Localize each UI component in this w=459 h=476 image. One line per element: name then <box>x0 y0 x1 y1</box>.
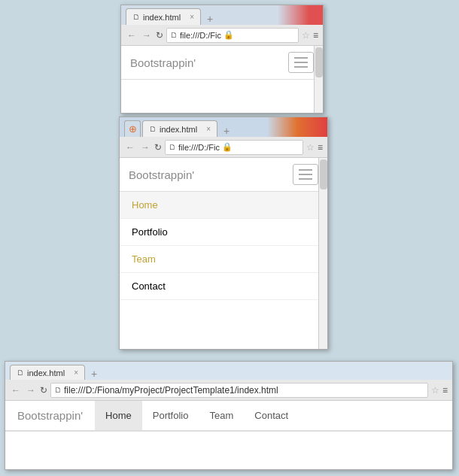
url-box-2[interactable]: 🗋 file:///D:/Fic 🔒 <box>165 140 303 155</box>
page-icon-url-3: 🗋 <box>54 386 62 394</box>
back-btn-3[interactable]: ← <box>10 385 22 396</box>
tab-3[interactable]: 🗋 index.html × <box>10 365 85 380</box>
hamburger-btn-1[interactable] <box>288 52 314 73</box>
url-box-3[interactable]: 🗋 file:///D:/Fiona/myProject/ProjectTemp… <box>50 383 428 398</box>
tab-bar-2: ⊕ 🗋 index.html × + <box>120 117 327 137</box>
bookmark-icon-1[interactable]: ☆ <box>302 30 310 41</box>
url-box-1[interactable]: 🗋 file:///D:/Fic 🔒 <box>166 28 299 43</box>
browser-window-2: ⊕ 🗋 index.html × + ← → ↻ 🗋 file:///D:/Fi… <box>119 117 328 350</box>
address-bar-3: ← → ↻ 🗋 file:///D:/Fiona/myProject/Proje… <box>5 380 452 401</box>
address-bar-2: ← → ↻ 🗋 file:///D:/Fic 🔒 ☆ ≡ <box>120 137 327 158</box>
tab-label-2: index.html <box>160 125 197 134</box>
nav-item-team-2[interactable]: Team <box>120 246 327 273</box>
tab-2[interactable]: 🗋 index.html × <box>142 120 217 137</box>
tab-1[interactable]: 🗋 index.html × <box>126 8 201 25</box>
scrollbar-thumb-2 <box>320 159 327 189</box>
page-content-2: Bootstrappin' Home Portfolio Team Contac… <box>120 158 327 349</box>
forward-btn-1[interactable]: → <box>141 30 153 41</box>
page-content-3: Bootstrappin' Home Portfolio Team Contac… <box>5 401 452 469</box>
site-navbar-2: Bootstrappin' <box>120 158 327 192</box>
nav-items-3: Home Portfolio Team Contact <box>95 401 299 430</box>
new-tab-btn-1[interactable]: + <box>202 13 217 25</box>
address-bar-1: ← → ↻ 🗋 file:///D:/Fic 🔒 ☆ ≡ <box>121 25 323 46</box>
refresh-btn-2[interactable]: ↻ <box>154 142 162 153</box>
tab-bar-3: 🗋 index.html × + <box>5 362 452 380</box>
nav-item-contact-2[interactable]: Contact <box>120 273 327 300</box>
new-tab-btn-2[interactable]: + <box>219 125 234 137</box>
chrome-menu-icon-1[interactable]: ≡ <box>313 30 318 41</box>
hamburger-line-2a <box>299 169 312 171</box>
divider-3 <box>5 431 452 432</box>
page-icon-url-2: 🗋 <box>169 143 176 151</box>
forward-btn-3[interactable]: → <box>25 385 37 396</box>
hamburger-line-2 <box>294 62 308 63</box>
bookmark-icon-3[interactable]: ☆ <box>431 385 439 396</box>
page-icon-1: 🗋 <box>132 13 140 21</box>
hamburger-line-2c <box>299 178 312 180</box>
forward-btn-2[interactable]: → <box>139 142 151 153</box>
page-icon-2: 🗋 <box>149 125 157 133</box>
brand-3: Bootstrappin' <box>5 402 95 429</box>
hamburger-line-3 <box>294 66 308 68</box>
url-text-1: file:///D:/Fic <box>180 31 221 40</box>
refresh-btn-3[interactable]: ↻ <box>40 385 47 396</box>
tab-label-3: index.html <box>27 368 65 377</box>
url-text-3: file:///D:/Fiona/myProject/ProjectTempla… <box>64 385 278 396</box>
url-text-2: file:///D:/Fic <box>178 143 220 152</box>
new-tab-icon-2[interactable]: ⊕ <box>124 120 141 137</box>
url-lock-icon-1: 🔒 <box>223 30 234 40</box>
chrome-menu-icon-3[interactable]: ≡ <box>442 385 448 396</box>
back-btn-1[interactable]: ← <box>126 30 138 41</box>
nav-item-contact-3[interactable]: Contact <box>244 401 299 430</box>
scrollbar-thumb-1 <box>315 47 323 77</box>
tab-close-1[interactable]: × <box>190 13 194 21</box>
hamburger-line-2b <box>299 174 312 175</box>
tab-bar-1: 🗋 index.html × + <box>121 5 323 25</box>
scrollbar-2[interactable] <box>318 158 327 349</box>
chrome-menu-icon-2[interactable]: ≡ <box>318 142 323 153</box>
brand-1: Bootstrappin' <box>130 56 288 69</box>
page-content-1: Bootstrappin' <box>121 46 323 113</box>
nav-item-portfolio-3[interactable]: Portfolio <box>142 401 199 430</box>
nav-item-portfolio-2[interactable]: Portfolio <box>120 219 327 246</box>
tab-close-2[interactable]: × <box>206 125 211 133</box>
tab-close-3[interactable]: × <box>74 368 78 377</box>
page-icon-3: 🗋 <box>17 368 24 377</box>
nav-menu-2: Home Portfolio Team Contact <box>120 192 327 300</box>
brand-2: Bootstrappin' <box>129 168 293 181</box>
url-lock-icon-2: 🔒 <box>222 142 233 152</box>
site-navbar-3: Bootstrappin' Home Portfolio Team Contac… <box>5 401 452 431</box>
nav-item-home-2[interactable]: Home <box>120 192 327 219</box>
refresh-btn-1[interactable]: ↻ <box>156 30 163 41</box>
nav-item-home-3[interactable]: Home <box>95 401 142 430</box>
hamburger-btn-2[interactable] <box>293 164 318 185</box>
new-tab-btn-3[interactable]: + <box>87 368 102 380</box>
browser-window-1: 🗋 index.html × + ← → ↻ 🗋 file:///D:/Fic … <box>120 5 324 114</box>
back-btn-2[interactable]: ← <box>124 142 136 153</box>
page-icon-url-1: 🗋 <box>170 31 178 39</box>
browser-window-3: 🗋 index.html × + ← → ↻ 🗋 file:///D:/Fion… <box>5 361 453 470</box>
scrollbar-1[interactable] <box>314 46 323 113</box>
bookmark-icon-2[interactable]: ☆ <box>306 142 315 153</box>
tab-label-1: index.html <box>143 13 181 22</box>
site-navbar-1: Bootstrappin' <box>121 46 323 80</box>
nav-item-team-3[interactable]: Team <box>199 401 244 430</box>
hamburger-line-1 <box>294 57 308 59</box>
